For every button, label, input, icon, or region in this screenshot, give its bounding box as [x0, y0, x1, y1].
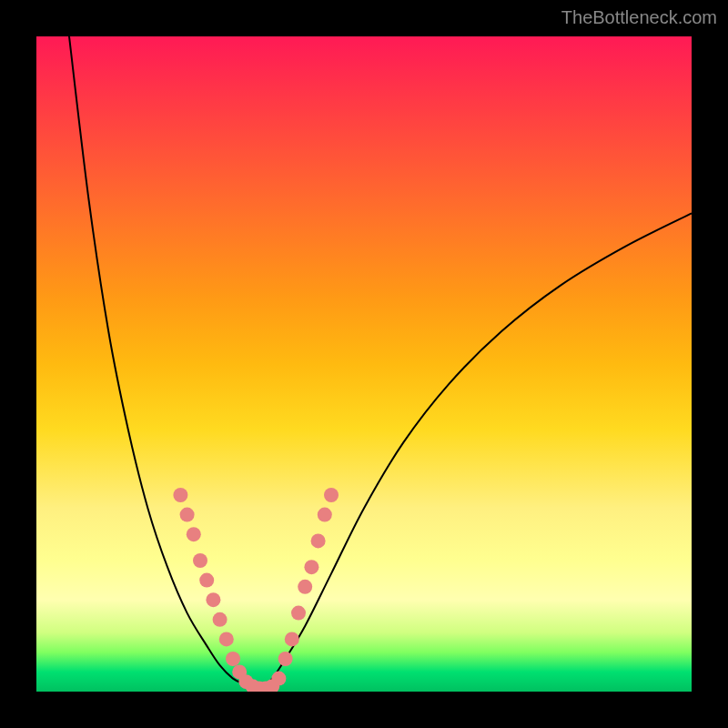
data-dot — [271, 672, 286, 686]
data-dot — [238, 674, 253, 689]
data-dot — [206, 592, 220, 607]
data-dot — [285, 632, 299, 646]
data-dot — [318, 508, 332, 522]
watermark-text: TheBottleneck.com — [561, 7, 717, 28]
data-dot — [258, 681, 273, 692]
data-dot — [304, 560, 318, 574]
curves-svg — [36, 36, 692, 692]
data-dot — [213, 612, 228, 627]
data-dot — [278, 652, 293, 666]
data-dot — [252, 681, 267, 692]
right-curve — [259, 213, 692, 692]
data-dot — [180, 508, 195, 522]
data-dot — [298, 580, 312, 594]
plot-area — [36, 36, 692, 692]
data-dot — [173, 488, 187, 502]
data-dot — [232, 664, 247, 679]
data-dot — [199, 573, 214, 588]
data-dot — [324, 488, 339, 502]
data-dot — [246, 679, 260, 692]
data-dot — [265, 679, 279, 692]
data-dot — [291, 606, 306, 621]
data-dot — [311, 533, 326, 548]
data-dot — [193, 553, 207, 568]
left-curve — [69, 36, 259, 692]
scatter-dots — [173, 488, 339, 692]
data-dot — [226, 652, 240, 666]
data-dot — [219, 632, 234, 646]
data-dot — [187, 527, 201, 541]
chart-container: TheBottleneck.com — [0, 0, 728, 728]
